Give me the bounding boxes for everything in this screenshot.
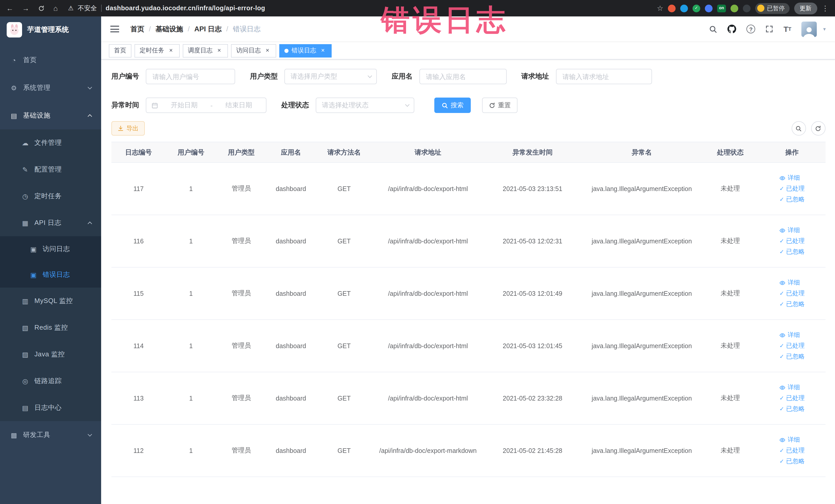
help-icon[interactable]: ? [747, 25, 755, 33]
tab[interactable]: 调度日志 × [183, 44, 228, 57]
browser-reload-button[interactable] [38, 5, 45, 12]
search-button[interactable]: 搜索 [434, 98, 471, 113]
status-select[interactable]: 请选择处理状态 [316, 98, 414, 113]
extension-icon-on-switch[interactable]: on [717, 4, 726, 12]
fullscreen-icon[interactable] [766, 25, 773, 33]
column-header[interactable]: 用户编号 [166, 142, 216, 163]
detail-link[interactable]: 详细 [779, 435, 805, 445]
tab-close-icon[interactable]: × [264, 47, 271, 54]
eye-icon [779, 384, 786, 390]
mark-ignored-link[interactable]: ✓ 已忽略 [779, 246, 805, 257]
column-header[interactable]: 应用名 [266, 142, 315, 163]
breadcrumb-label: 错误日志 [233, 24, 261, 34]
app-logo[interactable]: 芋道管理系统 [0, 16, 101, 43]
sidebar-toggle-icon[interactable] [110, 26, 119, 32]
column-header[interactable]: 异常发生时间 [483, 142, 582, 163]
column-header[interactable]: 日志编号 [111, 142, 166, 163]
sidebar-item-dev-tools[interactable]: ▩ 研发工具 [0, 421, 101, 449]
user-type-select[interactable]: 请选择用户类型 [284, 69, 377, 84]
github-icon[interactable] [728, 25, 736, 33]
search-icon[interactable] [709, 25, 717, 33]
mark-ignored-link[interactable]: ✓ 已忽略 [779, 351, 805, 362]
browser-forward-button[interactable]: → [22, 5, 29, 12]
sidebar-item-redis-monitor[interactable]: ▧ Redis 监控 [0, 314, 101, 341]
browser-back-button[interactable]: ← [6, 5, 13, 12]
column-header[interactable]: 请求地址 [373, 142, 483, 163]
reset-button[interactable]: 重置 [482, 98, 517, 113]
exception-time-range-picker[interactable]: 开始日期 - 结束日期 [146, 98, 266, 113]
tab-close-icon[interactable]: × [167, 47, 175, 54]
mark-ignored-link[interactable]: ✓ 已忽略 [779, 194, 805, 205]
sidebar-item-system-mgmt[interactable]: ⚙ 系统管理 [0, 74, 101, 102]
detail-link[interactable]: 详细 [779, 382, 805, 393]
detail-link[interactable]: 详细 [779, 330, 805, 340]
tab[interactable]: 错误日志 × [279, 44, 332, 57]
extension-icon-paw[interactable] [743, 4, 751, 12]
sidebar-item-access-log[interactable]: ▣ 访问日志 [0, 236, 101, 262]
bookmark-star-icon[interactable]: ☆ [657, 4, 663, 12]
column-header[interactable]: 请求方法名 [315, 142, 372, 163]
profile-paused-chip[interactable]: 已暂停 [755, 3, 789, 14]
detail-link[interactable]: 详细 [779, 277, 805, 288]
mark-processed-link[interactable]: ✓ 已处理 [779, 393, 805, 404]
breadcrumb-item[interactable]: 基础设施 / [156, 24, 190, 34]
avatar[interactable] [802, 21, 817, 37]
mark-processed-link[interactable]: ✓ 已处理 [779, 340, 805, 351]
start-date-placeholder[interactable]: 开始日期 [162, 101, 206, 110]
tab-close-icon[interactable]: × [319, 47, 326, 54]
column-header[interactable]: 异常名 [582, 142, 702, 163]
browser-update-button[interactable]: 更新 [794, 2, 817, 14]
mark-processed-link[interactable]: ✓ 已处理 [779, 183, 805, 194]
browser-home-button[interactable]: ⌂ [54, 5, 58, 12]
tab[interactable]: 定时任务 × [135, 44, 180, 57]
column-header[interactable]: 用户类型 [217, 142, 266, 163]
column-header[interactable]: 处理状态 [702, 142, 759, 163]
toggle-search-button[interactable] [791, 121, 806, 136]
sidebar-item-scheduled-jobs[interactable]: ◷ 定时任务 [0, 183, 101, 209]
caret-down-icon[interactable]: ▾ [823, 26, 826, 32]
sidebar-item-file-mgmt[interactable]: ☁ 文件管理 [0, 129, 101, 156]
extension-icon-orange[interactable] [668, 4, 676, 12]
detail-link[interactable]: 详细 [779, 173, 805, 183]
tab[interactable]: 访问日志 × [231, 44, 276, 57]
sidebar-item-infrastructure[interactable]: ▤ 基础设施 [0, 102, 101, 129]
column-header[interactable]: 操作 [759, 142, 825, 163]
eye-icon [779, 437, 786, 443]
mark-processed-link[interactable]: ✓ 已处理 [779, 445, 805, 456]
sidebar-item-home[interactable]: ◔ 首页 [0, 46, 101, 74]
tab[interactable]: 首页 × [109, 44, 131, 57]
export-button[interactable]: 导出 [111, 121, 145, 136]
mark-ignored-link[interactable]: ✓ 已忽略 [779, 456, 805, 467]
mark-ignored-link[interactable]: ✓ 已忽略 [779, 404, 805, 415]
user-id-input[interactable] [146, 69, 235, 84]
sidebar-item-trace[interactable]: ◎ 链路追踪 [0, 368, 101, 395]
breadcrumb-item[interactable]: 首页 / [130, 24, 151, 34]
mark-processed-link[interactable]: ✓ 已处理 [779, 288, 805, 299]
tab-label: 访问日志 [236, 46, 261, 55]
sidebar-item-api-logs[interactable]: ▦ API 日志 [0, 209, 101, 236]
mark-ignored-link[interactable]: ✓ 已忽略 [779, 299, 805, 310]
app-name-input[interactable] [419, 69, 506, 84]
browser-address-bar[interactable]: ⚠ 不安全 dashboard.yudao.iocoder.cn/infra/l… [68, 4, 265, 13]
refresh-table-button[interactable] [811, 121, 825, 136]
sidebar-item-mysql-monitor[interactable]: ▥ MySQL 监控 [0, 287, 101, 314]
font-size-icon[interactable]: TT [783, 25, 791, 33]
request-url-input[interactable] [556, 69, 652, 84]
mark-processed-link[interactable]: ✓ 已处理 [779, 236, 805, 246]
extension-icon-green-check[interactable]: ✓ [693, 4, 700, 12]
cell-log-id: 116 [111, 215, 166, 267]
extension-icon-leaf[interactable] [731, 4, 738, 12]
tab-close-icon[interactable]: × [216, 47, 223, 54]
sidebar-item-java-monitor[interactable]: ▨ Java 监控 [0, 341, 101, 368]
browser-menu-icon[interactable]: ⋮ [822, 4, 829, 12]
sidebar-item-config-mgmt[interactable]: ✎ 配置管理 [0, 156, 101, 183]
sidebar-item-error-log[interactable]: ▣ 错误日志 [0, 262, 101, 287]
extension-icon-blue-drop[interactable] [680, 4, 688, 12]
extension-icon-blue-grid[interactable] [705, 4, 713, 12]
end-date-placeholder[interactable]: 结束日期 [217, 101, 261, 110]
breadcrumb-item[interactable]: 错误日志 / [233, 24, 261, 34]
detail-link[interactable]: 详细 [779, 225, 805, 236]
gear-icon: ⚙ [10, 84, 18, 92]
sidebar-item-log-center[interactable]: ▤ 日志中心 [0, 395, 101, 421]
breadcrumb-item[interactable]: API 日志 / [194, 24, 228, 34]
